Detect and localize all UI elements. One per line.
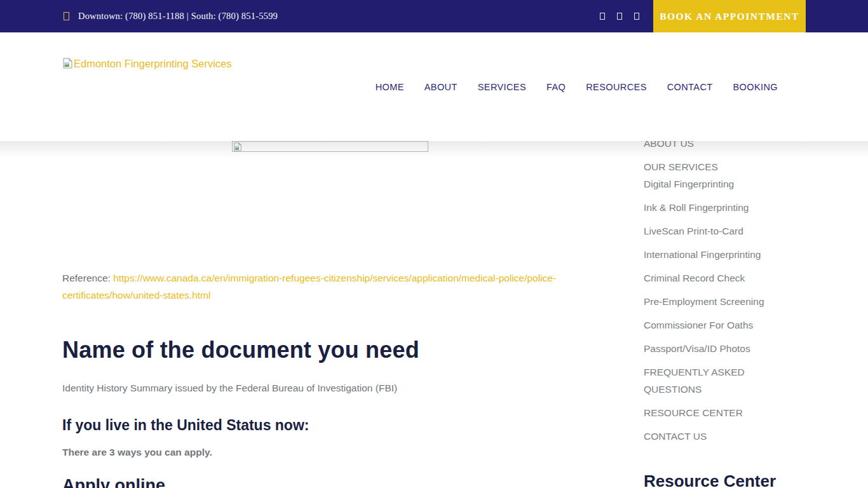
sidebar-item-contact-us: CONTACT US	[644, 428, 806, 445]
sidebar-item-resource-center: RESOURCE CENTER	[644, 404, 806, 421]
broken-image-icon	[62, 58, 73, 71]
sidebar: ABOUT USOUR SERVICESDigital Fingerprinti…	[644, 141, 806, 488]
social-icon-social-icon-3[interactable]	[634, 13, 639, 20]
social-icons	[600, 13, 639, 20]
reference-link[interactable]: https://www.canada.ca/en/immigration-ref…	[62, 273, 556, 301]
broken-content-image	[232, 141, 428, 152]
sidebar-item-our-services: OUR SERVICES	[644, 158, 806, 175]
site-logo[interactable]: Edmonton Fingerprinting Services	[62, 58, 232, 71]
section-subheading: If you live in the United Status now:	[62, 417, 597, 434]
book-appointment-button[interactable]: BOOK AN APPOINTMENT	[653, 0, 806, 32]
site-header: Edmonton Fingerprinting Services HOMEABO…	[0, 32, 868, 141]
sidebar-link[interactable]: RESOURCE CENTER	[644, 404, 743, 421]
apply-online-heading: Apply online	[62, 476, 597, 488]
phone-numbers: Downtown: (780) 851-1188 | South: (780) …	[78, 11, 278, 22]
sidebar-item-pre-employment-screening: Pre-Employment Screening	[644, 293, 806, 310]
page-title: Name of the document you need	[62, 337, 597, 363]
nav-item-home[interactable]: HOME	[376, 82, 404, 92]
social-icon-social-icon-1[interactable]	[600, 13, 605, 20]
sidebar-item-criminal-record-check: Criminal Record Check	[644, 269, 806, 287]
sidebar-link[interactable]: International Fingerprinting	[644, 246, 761, 263]
sidebar-menu: ABOUT USOUR SERVICESDigital Fingerprinti…	[644, 135, 806, 445]
sidebar-item-livescan-print-to-card: LiveScan Print-to-Card	[644, 222, 806, 240]
topbar-actions: BOOK AN APPOINTMENT	[600, 0, 806, 32]
sidebar-link[interactable]: Pre-Employment Screening	[644, 293, 764, 310]
reference-label: Reference:	[62, 273, 113, 283]
sidebar-link[interactable]: Criminal Record Check	[644, 269, 745, 287]
sidebar-item-ink-roll-fingerprinting: Ink & Roll Fingerprinting	[644, 199, 806, 216]
resource-center-heading: Resource Center	[644, 471, 806, 488]
nav-item-about[interactable]: ABOUT	[424, 82, 458, 92]
nav-item-faq[interactable]: FAQ	[546, 82, 566, 92]
nav-item-contact[interactable]: CONTACT	[667, 82, 713, 92]
logo-alt-text: Edmonton Fingerprinting Services	[74, 58, 232, 69]
sidebar-link[interactable]: Commissioner For Oaths	[644, 316, 753, 334]
nav-item-resources[interactable]: RESOURCES	[586, 82, 646, 92]
nav-item-services[interactable]: SERVICES	[478, 82, 526, 92]
sidebar-link[interactable]: Digital Fingerprinting	[644, 175, 734, 193]
sidebar-item-commissioner-for-oaths: Commissioner For Oaths	[644, 316, 806, 334]
sidebar-link[interactable]: Passport/Visa/ID Photos	[644, 340, 750, 357]
broken-image-icon	[233, 142, 242, 151]
phone-icon	[64, 12, 69, 20]
sidebar-item-international-fingerprinting: International Fingerprinting	[644, 246, 806, 263]
sidebar-item-frequently-asked-questions: FREQUENTLY ASKED QUESTIONS	[644, 363, 806, 398]
apply-ways-text: There are 3 ways you can apply.	[62, 447, 597, 458]
sidebar-link[interactable]: OUR SERVICES	[644, 158, 718, 175]
page-content: Reference: https://www.canada.ca/en/immi…	[62, 141, 806, 488]
topbar-phone-block: Downtown: (780) 851-1188 | South: (780) …	[0, 11, 278, 22]
main-nav: HOMEABOUTSERVICESFAQRESOURCESCONTACTBOOK…	[376, 32, 778, 141]
reference-paragraph: Reference: https://www.canada.ca/en/immi…	[62, 269, 597, 304]
sidebar-link[interactable]: Ink & Roll Fingerprinting	[644, 199, 749, 216]
sidebar-item-passport-visa-id-photos: Passport/Visa/ID Photos	[644, 340, 806, 357]
sidebar-link[interactable]: LiveScan Print-to-Card	[644, 222, 743, 240]
document-description: Identity History Summary issued by the F…	[62, 383, 597, 394]
sidebar-link[interactable]: CONTACT US	[644, 428, 707, 445]
sidebar-link[interactable]: FREQUENTLY ASKED QUESTIONS	[644, 363, 778, 398]
social-icon-social-icon-2[interactable]	[617, 13, 622, 20]
topbar: Downtown: (780) 851-1188 | South: (780) …	[0, 0, 868, 32]
main-column: Reference: https://www.canada.ca/en/immi…	[62, 141, 597, 488]
nav-item-booking[interactable]: BOOKING	[733, 82, 778, 92]
sidebar-item-digital-fingerprinting: Digital Fingerprinting	[644, 175, 806, 193]
